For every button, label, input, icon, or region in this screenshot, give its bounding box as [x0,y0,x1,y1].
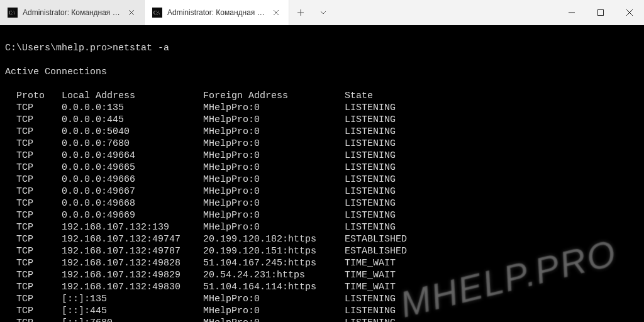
maximize-icon [597,9,604,16]
new-tab-button[interactable] [289,0,312,25]
terminal-text: C:\Users\mhelp.pro>netstat -a Active Con… [5,30,639,322]
tab-close-button[interactable] [271,8,281,18]
maximize-button[interactable] [586,0,615,25]
minimize-icon [569,9,575,16]
cmd-icon: C:\ [8,8,18,18]
svg-rect-4 [598,10,604,16]
plus-icon [297,9,304,16]
tab-close-button[interactable] [126,8,136,18]
tab[interactable]: C:\Administrator: Командная стро [145,0,289,25]
chevron-down-icon [319,9,327,16]
close-window-button[interactable] [615,0,644,25]
tab-dropdown-button[interactable] [312,0,335,25]
tabbar-actions [289,0,335,25]
window-controls [557,0,644,25]
svg-text:C:\: C:\ [153,10,160,16]
tab[interactable]: C:\Administrator: Командная стро [0,0,145,25]
tab-title: Administrator: Командная стро [167,8,266,17]
terminal-output[interactable]: C:\Users\mhelp.pro>netstat -a Active Con… [0,25,644,322]
svg-text:C:\: C:\ [9,10,16,16]
titlebar-drag-area[interactable] [335,0,557,25]
terminal-window: C:\Administrator: Командная строC:\Admin… [0,0,644,322]
close-icon [626,9,633,16]
cmd-icon: C:\ [152,8,162,18]
minimize-button[interactable] [557,0,586,25]
tab-title: Administrator: Командная стро [23,8,121,17]
titlebar: C:\Administrator: Командная строC:\Admin… [0,0,644,25]
tab-strip: C:\Administrator: Командная строC:\Admin… [0,0,289,25]
